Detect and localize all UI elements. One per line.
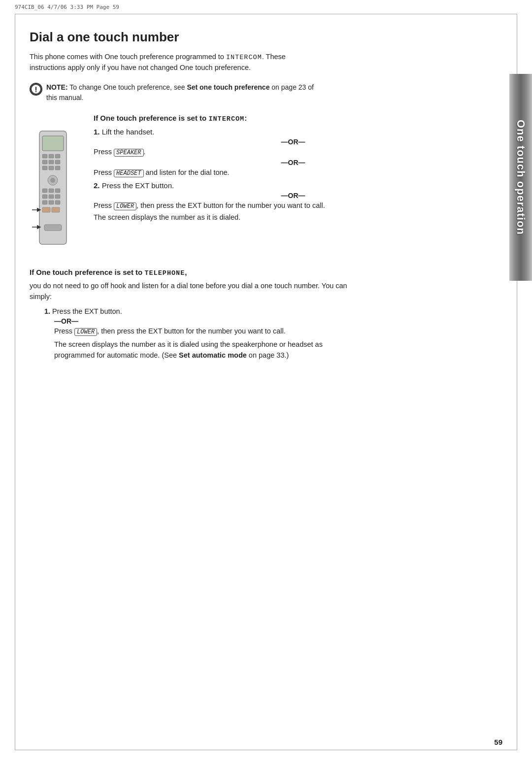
svg-rect-4: [42, 136, 64, 151]
border-left: [15, 14, 15, 750]
svg-rect-8: [42, 160, 47, 164]
note-label: NOTE:: [46, 83, 68, 91]
or-divider-1a: —OR—: [94, 138, 493, 146]
svg-rect-17: [49, 189, 54, 193]
svg-point-2: [35, 91, 36, 92]
note-text: NOTE: To change One touch preference, se…: [46, 82, 315, 103]
step1-speaker: Press SPEAKER.: [94, 148, 493, 157]
or-divider-1b: —OR—: [94, 159, 493, 166]
section1-instructions: If One touch preference is set to INTERC…: [94, 114, 493, 258]
svg-rect-5: [42, 154, 47, 158]
border-bottom: [15, 750, 517, 750]
svg-rect-19: [42, 195, 47, 199]
section2-heading: If One touch preference is set to TELEPH…: [30, 268, 355, 277]
svg-rect-11: [42, 166, 47, 170]
sidebar-tab: One touch operation: [509, 74, 532, 281]
svg-rect-18: [55, 189, 60, 193]
intro-text1: This phone comes with One touch preferen…: [30, 53, 226, 61]
section1-layout: If One touch preference is set to INTERC…: [30, 114, 493, 258]
svg-rect-13: [55, 166, 60, 170]
note-box: NOTE: To change One touch preference, se…: [30, 82, 315, 103]
automatic-mode-link: Set automatic mode: [179, 351, 247, 359]
intro-paragraph: This phone comes with One touch preferen…: [30, 52, 315, 73]
note-circle-icon: [31, 84, 41, 95]
svg-rect-26: [52, 207, 60, 212]
section2-heading-end: ,: [185, 268, 187, 276]
step1-text: 1. Lift the handset.: [94, 128, 493, 136]
page-number: 59: [494, 738, 502, 746]
note-icon: [30, 83, 42, 96]
section2-step1-lower: Press LOWER, then press the EXT button f…: [44, 327, 355, 336]
section1-heading-mono: INTERCOM: [208, 115, 244, 123]
section2-or-divider: —OR—: [54, 317, 355, 325]
svg-rect-25: [42, 207, 50, 212]
step2-lower: Press LOWER, then press the EXT button f…: [94, 201, 493, 210]
section2-intro: you do not need to go off hook and liste…: [30, 281, 355, 302]
lower-key-2: LOWER: [74, 328, 97, 336]
section2-step1-text: 1. Press the EXT button.: [44, 307, 355, 315]
svg-rect-20: [49, 195, 54, 199]
step2-screen: The screen displays the number as it is …: [94, 213, 493, 221]
svg-rect-9: [49, 160, 54, 164]
svg-rect-12: [49, 166, 54, 170]
border-top: [15, 14, 517, 14]
section2-heading-text: If One touch preference is set to: [30, 268, 144, 276]
section2-steps: 1. Press the EXT button. —OR— Press LOWE…: [30, 307, 355, 361]
main-content: Dial a one touch number This phone comes…: [30, 30, 493, 734]
sidebar-label: One touch operation: [514, 120, 527, 235]
svg-rect-10: [55, 160, 60, 164]
svg-point-15: [50, 178, 55, 183]
speaker-key: SPEAKER: [114, 149, 143, 157]
header-file-info: 974CIB_06 4/7/06 3:33 PM Page 59: [15, 4, 119, 10]
step1: 1. Lift the handset. —OR— Press SPEAKER.…: [94, 128, 493, 177]
svg-rect-6: [49, 154, 54, 158]
section1-heading: If One touch preference is set to INTERC…: [94, 114, 493, 123]
note-bold: Set one touch preference: [187, 83, 269, 91]
svg-rect-24: [55, 200, 60, 204]
section2-heading-mono: TELEPHONE: [144, 269, 185, 277]
headset-key: HEADSET: [114, 169, 143, 177]
section1-heading-text: If One touch preference is set to: [94, 114, 208, 122]
or-divider-2: —OR—: [94, 192, 493, 199]
phone-image-container: [30, 114, 84, 258]
step2: 2. Press the EXT button. —OR— Press LOWE…: [94, 181, 493, 221]
svg-rect-16: [42, 189, 47, 193]
step2-text: 2. Press the EXT button.: [94, 181, 493, 190]
svg-rect-27: [44, 225, 62, 231]
page-title: Dial a one touch number: [30, 30, 493, 45]
section2-container: If One touch preference is set to TELEPH…: [30, 268, 355, 361]
svg-rect-23: [49, 200, 54, 204]
step1-headset: Press HEADSET and listen for the dial to…: [94, 168, 493, 177]
lower-key-1: LOWER: [114, 202, 136, 210]
svg-rect-21: [55, 195, 60, 199]
section2-screen-text: The screen displays the number as it is …: [44, 339, 355, 361]
note-body-before: To change One touch preference, see: [69, 83, 187, 91]
section1-heading-end: :: [244, 114, 247, 122]
svg-rect-22: [42, 200, 47, 204]
phone-svg: [30, 129, 76, 257]
intro-mono: INTERCOM: [226, 54, 262, 61]
svg-rect-7: [55, 154, 60, 158]
